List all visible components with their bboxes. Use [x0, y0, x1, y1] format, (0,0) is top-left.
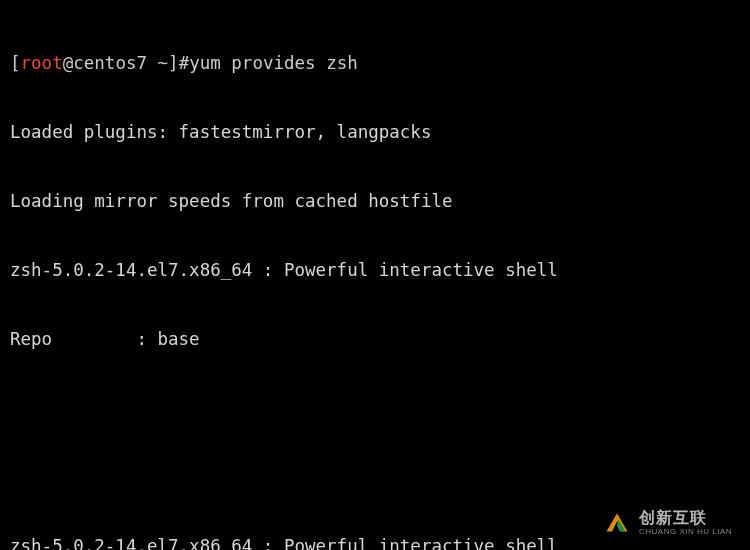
output-line: zsh-5.0.2-14.el7.x86_64 : Powerful inter…	[10, 535, 740, 550]
prompt-space	[147, 53, 158, 73]
watermark-en: CHUANG XIN HU LIAN	[639, 528, 732, 536]
terminal-output[interactable]: [root@centos7 ~]#yum provides zsh Loaded…	[0, 0, 750, 550]
output-line: Loading mirror speeds from cached hostfi…	[10, 190, 740, 213]
prompt-host: centos7	[73, 53, 147, 73]
prompt-user: root	[21, 53, 63, 73]
prompt-close-bracket-hash: ]#	[168, 53, 189, 73]
prompt-open-bracket: [	[10, 53, 21, 73]
prompt-path: ~	[158, 53, 169, 73]
watermark-zh: 创新互联	[639, 510, 732, 526]
watermark-logo-icon	[603, 510, 631, 536]
prompt-line-1: [root@centos7 ~]#yum provides zsh	[10, 52, 740, 75]
output-line: Repo : base	[10, 328, 740, 351]
output-line: Loaded plugins: fastestmirror, langpacks	[10, 121, 740, 144]
watermark-text: 创新互联 CHUANG XIN HU LIAN	[639, 510, 732, 536]
prompt-at: @	[63, 53, 74, 73]
output-line: zsh-5.0.2-14.el7.x86_64 : Powerful inter…	[10, 259, 740, 282]
command-text: yum provides zsh	[189, 53, 358, 73]
watermark: 创新互联 CHUANG XIN HU LIAN	[603, 510, 732, 536]
